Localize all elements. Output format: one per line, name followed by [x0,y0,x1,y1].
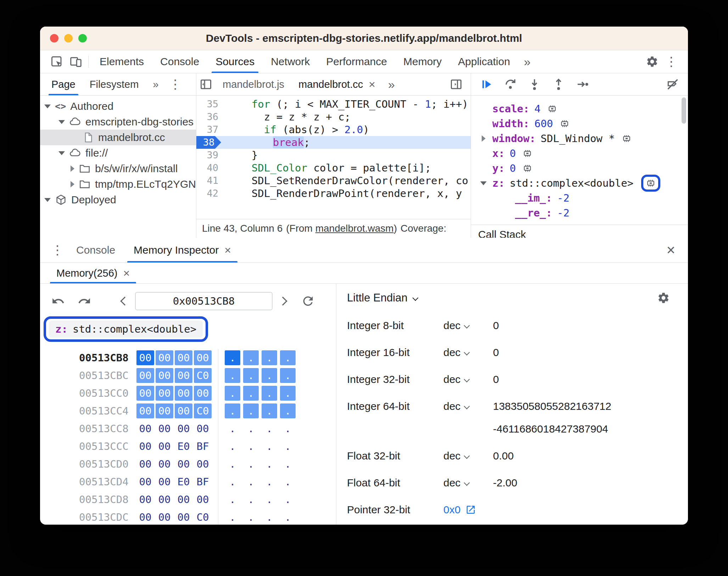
expanded-arrow-icon[interactable] [58,120,65,124]
interpreter-settings-gear-icon[interactable] [654,288,673,307]
code-line[interactable]: 42 SDL_RenderDrawPoint(renderer, x, y [196,187,471,200]
tree-item-tmp-folder[interactable]: tmp/tmp.ELcTq2YGN [40,176,196,192]
tree-item-authored[interactable]: <> Authored [40,98,196,114]
tab-console[interactable]: Console [152,50,207,73]
memory-ascii-cell[interactable]: . [262,386,277,401]
line-number[interactable]: 37 [196,123,222,136]
memory-byte[interactable]: 00 [136,386,154,401]
memory-ascii-cell[interactable]: . [243,403,259,418]
tree-item-deployed[interactable]: Deployed [40,192,196,208]
close-drawer-icon[interactable]: × [666,243,675,258]
memory-byte[interactable]: 00 [175,403,192,418]
maximize-window-button[interactable] [78,34,87,43]
memory-byte[interactable]: 00 [175,386,192,401]
pointer-value-link[interactable]: 0x0 [443,504,460,516]
memory-ascii-cell[interactable]: . [262,350,277,365]
memory-byte[interactable]: 00 [156,474,173,489]
memory-byte[interactable]: 00 [156,457,173,471]
wasm-source-link[interactable]: mandelbrot.wasm [315,223,394,234]
memory-byte[interactable]: BF [194,439,212,454]
settings-gear-icon[interactable] [643,52,662,71]
previous-page-chevron-icon[interactable] [120,297,129,305]
scope-variable-scale[interactable]: scale: 4 [471,101,688,116]
minimize-window-button[interactable] [64,34,73,43]
close-window-button[interactable] [50,34,58,43]
collapsed-arrow-icon[interactable] [482,135,486,142]
close-tab-icon[interactable]: × [224,244,231,256]
memory-ascii-cell[interactable]: . [225,439,240,454]
format-select[interactable]: dec [443,346,493,358]
line-number[interactable]: 40 [196,162,222,174]
memory-ascii-cell[interactable]: . [262,421,277,436]
memory-byte[interactable]: 00 [136,492,154,507]
sidebar-more-chevron[interactable]: » [146,73,166,95]
memory-ascii-cell[interactable]: . [243,368,259,383]
expanded-arrow-icon[interactable] [480,181,487,185]
step-over-icon[interactable] [504,78,517,91]
inspect-element-icon[interactable] [47,52,66,71]
format-select[interactable]: dec [443,320,493,332]
memory-icon[interactable] [547,103,558,114]
code-line[interactable]: 38 break; [196,136,471,149]
memory-byte[interactable]: 00 [156,386,173,401]
execution-line-number[interactable]: 38 [196,136,221,149]
call-stack-section-header[interactable]: Call Stack [471,225,688,238]
toggle-debugger-sidebar-icon[interactable] [447,75,466,94]
endianness-select[interactable]: Little Endian [347,292,408,304]
memory-byte[interactable]: 00 [136,350,154,365]
memory-ascii-cell[interactable]: . [243,421,259,436]
line-number[interactable]: 42 [196,187,222,200]
close-tab-icon[interactable]: × [123,267,130,279]
scope-variable-z[interactable]: z: std::complex<double> [471,176,688,191]
memory-byte[interactable]: 00 [175,368,192,383]
memory-icon[interactable] [522,163,533,174]
memory-ascii-cell[interactable]: . [243,474,259,489]
memory-ascii-cell[interactable]: . [243,386,259,401]
tab-filesystem[interactable]: Filesystem [83,73,146,95]
format-select[interactable]: dec [443,450,493,462]
tab-memory[interactable]: Memory [395,50,450,73]
tab-memory-inspector[interactable]: Memory Inspector × [124,238,240,262]
collapsed-arrow-icon[interactable] [71,165,74,172]
memory-byte[interactable]: 00 [175,350,192,365]
code-line[interactable]: 35 for (; i < MAX_ITER_COUNT - 1; i++) [196,98,471,111]
memory-icon[interactable] [645,178,656,188]
collapsed-arrow-icon[interactable] [71,181,74,187]
memory-ascii-cell[interactable]: . [225,510,240,525]
scope-variable-x[interactable]: x: 0 [471,146,688,161]
memory-byte[interactable]: C0 [194,368,212,383]
memory-byte[interactable]: 00 [175,421,192,436]
scope-variable-im[interactable]: __im_: -2 [471,191,688,205]
memory-byte[interactable]: 00 [136,457,154,471]
memory-ascii-cell[interactable]: . [243,350,259,365]
close-tab-icon[interactable]: × [369,79,375,90]
line-number[interactable]: 39 [196,149,222,162]
memory-byte[interactable]: 00 [156,421,173,436]
memory-byte[interactable]: 00 [156,492,173,507]
memory-byte[interactable]: 00 [175,510,192,525]
memory-ascii-cell[interactable]: . [243,510,259,525]
memory-byte[interactable]: E0 [175,474,192,489]
history-forward-icon[interactable] [75,292,94,311]
history-back-icon[interactable] [49,292,68,311]
drawer-menu-kebab-icon[interactable]: ⋮ [48,241,67,260]
memory-icon[interactable] [559,118,570,129]
memory-ascii-cell[interactable]: . [280,510,296,525]
line-number[interactable]: 41 [196,174,222,187]
step-out-icon[interactable] [552,78,565,91]
memory-ascii-cell[interactable]: . [280,421,296,436]
memory-ascii-cell[interactable]: . [280,386,296,401]
memory-byte[interactable]: C0 [194,510,212,525]
memory-byte[interactable]: 00 [156,403,173,418]
expanded-arrow-icon[interactable] [44,105,51,108]
line-number[interactable]: 36 [196,111,222,123]
memory-byte[interactable]: 00 [194,350,212,365]
memory-ascii-cell[interactable]: . [225,457,240,471]
tab-page[interactable]: Page [44,73,83,95]
memory-byte[interactable]: 00 [194,492,212,507]
resume-script-icon[interactable] [480,78,493,91]
code-line[interactable]: 39 } [196,149,471,162]
memory-address-input[interactable] [135,292,273,310]
memory-ascii-cell[interactable]: . [262,510,277,525]
memory-ascii-cell[interactable]: . [225,492,240,507]
